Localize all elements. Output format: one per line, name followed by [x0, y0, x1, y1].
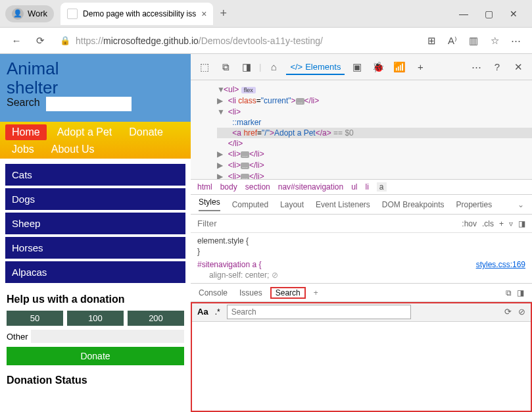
- window-title-bar: 👤 Work Demo page with accessibility iss …: [0, 0, 532, 28]
- match-case-toggle[interactable]: Aa: [197, 307, 208, 317]
- dom-node[interactable]: ▶ <li>…</li>: [217, 171, 532, 179]
- category-alpacas[interactable]: Alpacas: [5, 261, 185, 283]
- person-icon: 👤: [12, 8, 24, 20]
- dom-node[interactable]: ▶ <li class="current">…</li>: [217, 95, 532, 107]
- category-cats[interactable]: Cats: [5, 164, 185, 186]
- dom-node[interactable]: ▼<ul> flex: [217, 84, 532, 95]
- more-tabs-icon[interactable]: +: [412, 59, 429, 76]
- address-bar: ← ⟳ 🔒 https://microsoftedge.github.io/De…: [0, 28, 532, 54]
- donation-header: Help us with a donation: [7, 294, 184, 305]
- profile-chip[interactable]: 👤 Work: [5, 5, 54, 22]
- styles-tab-properties[interactable]: Properties: [456, 200, 493, 209]
- nav-link-donate[interactable]: Donate: [122, 124, 170, 140]
- page-title: Animal shelter: [7, 59, 72, 97]
- rule-sitenav[interactable]: styles.css:169 #sitenavigation a {: [197, 259, 525, 270]
- close-devtools-button[interactable]: ✕: [510, 59, 527, 76]
- search-input[interactable]: [227, 305, 411, 319]
- favorite-icon[interactable]: ☆: [486, 32, 503, 49]
- minimize-button[interactable]: —: [454, 9, 473, 19]
- read-aloud-icon[interactable]: A⁾: [444, 32, 461, 49]
- category-horses[interactable]: Horses: [5, 237, 185, 259]
- breadcrumb-li[interactable]: li: [365, 182, 368, 192]
- dom-breadcrumb[interactable]: htmlbodysectionnav#sitenavigationullia: [191, 179, 532, 195]
- close-window-button[interactable]: ✕: [504, 9, 523, 19]
- other-amount-input[interactable]: [31, 330, 184, 343]
- welcome-icon[interactable]: ⌂: [265, 59, 282, 76]
- clear-search-icon[interactable]: ⊘: [518, 307, 525, 317]
- nav-link-home[interactable]: Home: [5, 124, 47, 140]
- drawer-more-tabs-icon[interactable]: +: [314, 288, 318, 297]
- cls-toggle[interactable]: .cls: [482, 219, 494, 228]
- drawer-expand-icon[interactable]: ◨: [517, 288, 524, 297]
- amount-200[interactable]: 200: [128, 311, 184, 326]
- donation-section: Help us with a donation 50100200 Other D…: [0, 288, 191, 392]
- dom-node[interactable]: ▶ <li>…</li>: [217, 160, 532, 171]
- dom-tree[interactable]: ▼<ul> flex▶ <li class="current">…</li>▼ …: [191, 80, 532, 179]
- drawer-tab-search[interactable]: Search: [270, 287, 306, 299]
- devtools-drawer: Console Issues Search + ⧉ ◨ Aa .* ⟳ ⊘: [191, 283, 532, 412]
- back-button[interactable]: ←: [8, 32, 25, 49]
- source-link[interactable]: styles.css:169: [476, 259, 525, 270]
- toggle-pane-icon[interactable]: ◨: [518, 219, 525, 228]
- device-icon[interactable]: ⧉: [217, 59, 234, 76]
- more-icon[interactable]: ⋯: [507, 32, 524, 49]
- settings-icon[interactable]: ⋯: [468, 59, 485, 76]
- dom-node[interactable]: ::marker: [217, 117, 532, 128]
- drawer-dock-icon[interactable]: ⧉: [506, 288, 512, 297]
- dom-node[interactable]: ▶ <li>…</li>: [217, 149, 532, 160]
- breadcrumb-html[interactable]: html: [197, 182, 212, 192]
- rule-element-style[interactable]: element.style {: [197, 236, 525, 246]
- tab-elements[interactable]: </> Elements: [286, 59, 345, 75]
- dom-node[interactable]: <a href="/">Adopt a Pet</a> == $0: [217, 128, 532, 138]
- collections-icon[interactable]: ▥: [465, 32, 482, 49]
- inspect-icon[interactable]: ⬚: [196, 59, 213, 76]
- breadcrumb-ul[interactable]: ul: [351, 182, 357, 192]
- breadcrumb-nav-sitenavigation[interactable]: nav#sitenavigation: [278, 182, 343, 192]
- styles-tab-computed[interactable]: Computed: [232, 200, 268, 209]
- regex-toggle[interactable]: .*: [215, 307, 220, 317]
- hov-toggle[interactable]: :hov: [462, 219, 477, 228]
- category-dogs[interactable]: Dogs: [5, 188, 185, 210]
- new-style-icon[interactable]: +: [499, 219, 504, 228]
- computed-icon[interactable]: ▿: [509, 219, 513, 228]
- page-search-input[interactable]: [46, 97, 132, 111]
- close-tab-icon[interactable]: ×: [201, 9, 206, 19]
- styles-tab-styles[interactable]: Styles: [199, 197, 220, 211]
- dock-icon[interactable]: ◨: [238, 59, 255, 76]
- styles-tab-event-listeners[interactable]: Event Listeners: [316, 200, 370, 209]
- drawer-tab-issues[interactable]: Issues: [239, 288, 262, 297]
- nav-link-about-us[interactable]: About Us: [45, 142, 101, 157]
- drawer-tab-console[interactable]: Console: [199, 288, 228, 297]
- breadcrumb-section[interactable]: section: [245, 182, 270, 192]
- styles-tab-dom-breakpoints[interactable]: DOM Breakpoints: [382, 200, 445, 209]
- url-box[interactable]: 🔒 https://microsoftedge.github.io/Demos/…: [55, 32, 416, 49]
- drawer-tabs: Console Issues Search + ⧉ ◨: [191, 284, 532, 302]
- breadcrumb-body[interactable]: body: [220, 182, 237, 192]
- styles-filter-input[interactable]: [197, 219, 456, 228]
- new-tab-button[interactable]: +: [220, 7, 227, 20]
- maximize-button[interactable]: ▢: [479, 9, 498, 19]
- help-icon[interactable]: ?: [489, 59, 506, 76]
- styles-body[interactable]: element.style { } styles.css:169 #sitena…: [191, 233, 532, 283]
- amount-100[interactable]: 100: [67, 311, 124, 326]
- dom-node[interactable]: ▼ <li>: [217, 107, 532, 117]
- styles-tab-layout[interactable]: Layout: [280, 200, 304, 209]
- app-tab-icon[interactable]: ▣: [349, 59, 366, 76]
- breadcrumb-a[interactable]: a: [377, 182, 387, 192]
- category-sheep[interactable]: Sheep: [5, 213, 185, 234]
- css-property[interactable]: align-self: center; ⊘: [197, 270, 525, 280]
- styles-overflow-icon[interactable]: ⌄: [518, 200, 524, 209]
- other-label: Other: [7, 332, 28, 342]
- nav-link-jobs[interactable]: Jobs: [5, 142, 41, 157]
- browser-tab[interactable]: Demo page with accessibility iss ×: [60, 3, 213, 25]
- network-conditions-icon[interactable]: 📶: [391, 59, 408, 76]
- refresh-search-icon[interactable]: ⟳: [504, 307, 512, 317]
- bug-icon[interactable]: 🐞: [370, 59, 387, 76]
- nav-link-adopt-a-pet[interactable]: Adopt a Pet: [51, 124, 119, 140]
- app-icon[interactable]: ⊞: [423, 32, 440, 49]
- amount-50[interactable]: 50: [7, 311, 63, 326]
- refresh-button[interactable]: ⟳: [32, 32, 49, 49]
- donate-button[interactable]: Donate: [7, 347, 184, 365]
- page-pane: Animal shelter Search HomeAdopt a PetDon…: [0, 54, 191, 412]
- dom-node[interactable]: </li>: [217, 138, 532, 149]
